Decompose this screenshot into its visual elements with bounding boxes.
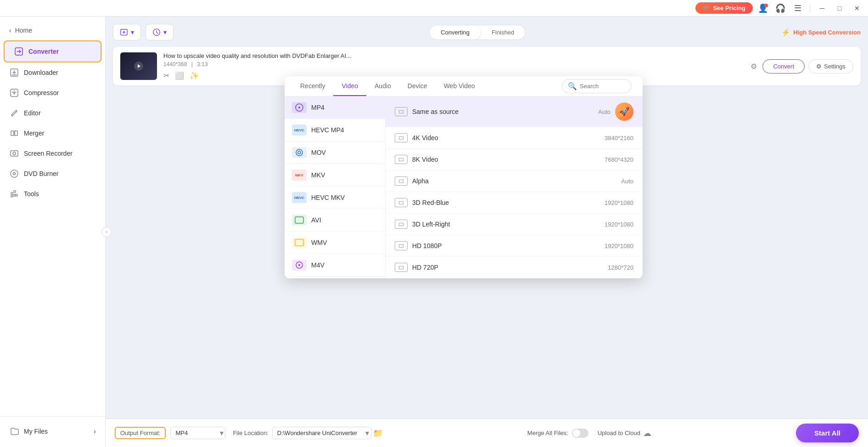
- my-files-arrow: ›: [94, 428, 96, 435]
- svg-point-18: [298, 151, 301, 154]
- format-tab-device[interactable]: Device: [399, 77, 436, 96]
- settings-label: Settings: [824, 63, 846, 70]
- sidebar-item-screen-recorder[interactable]: Screen Recorder: [0, 143, 105, 164]
- notification-dot: [764, 4, 768, 7]
- resolution-value-hd-720p: 1280*720: [608, 264, 633, 271]
- format-tab-recently[interactable]: Recently: [292, 77, 333, 96]
- format-tab-audio[interactable]: Audio: [366, 77, 399, 96]
- res-icon-3d-red-blue: [395, 198, 408, 207]
- mkv-icon: MKV: [292, 170, 307, 181]
- resolution-item-alpha[interactable]: Alpha Auto: [386, 170, 643, 192]
- format-tab-web-video[interactable]: Web Video: [436, 77, 483, 96]
- resolution-item-hd-1080p[interactable]: HD 1080P 1920*1080: [386, 235, 643, 257]
- converter-icon: [14, 46, 24, 57]
- resolution-item-hd-720p[interactable]: HD 720P 1280*720: [386, 257, 643, 278]
- resolution-item-8k[interactable]: 8K Video 7680*4320: [386, 149, 643, 170]
- video-resolution: 1440*368: [163, 61, 187, 68]
- play-icon: [133, 61, 144, 72]
- compressor-label: Compressor: [24, 89, 59, 96]
- rocket-button[interactable]: 🚀: [615, 102, 633, 121]
- hevc-mkv-icon: HEVC: [292, 192, 307, 203]
- convert-button[interactable]: Convert: [762, 59, 805, 74]
- support-button[interactable]: 🎧: [773, 2, 788, 15]
- effects-icon-button[interactable]: ✨: [190, 71, 199, 80]
- format-item-mp4[interactable]: MP4: [285, 96, 385, 119]
- format-item-hevc-mp4[interactable]: HEVC HEVC MP4: [285, 119, 385, 141]
- resolution-list: Same as source Auto 🚀 4K Video: [386, 96, 643, 278]
- svg-point-16: [298, 107, 300, 108]
- format-search-input[interactable]: [580, 83, 626, 90]
- folder-open-button[interactable]: 📁: [373, 428, 383, 438]
- format-popup: Recently Video Audio Device Web Video 🔍: [285, 76, 643, 278]
- start-all-button[interactable]: Start All: [796, 424, 859, 442]
- minimize-button[interactable]: ─: [815, 2, 829, 15]
- menu-button[interactable]: ☰: [790, 2, 805, 15]
- format-item-mkv[interactable]: MKV MKV: [285, 164, 385, 187]
- add-media-button[interactable]: ▾: [146, 24, 174, 40]
- svg-rect-20: [295, 239, 303, 246]
- resolution-item-same-as-source[interactable]: Same as source Auto 🚀: [386, 96, 643, 127]
- add-media-label: ▾: [163, 28, 167, 36]
- tab-converting[interactable]: Converting: [430, 25, 481, 40]
- high-speed-conversion-button[interactable]: ⚡ High Speed Conversion: [781, 28, 861, 37]
- sidebar-home[interactable]: ‹ Home: [0, 22, 105, 39]
- resolution-name-same-as-source: Same as source: [412, 108, 459, 115]
- svg-rect-3: [11, 151, 18, 156]
- add-files-label: ▾: [131, 28, 134, 36]
- settings-icon: ⚙: [816, 63, 822, 70]
- merger-icon: [9, 128, 19, 138]
- m4v-icon: [292, 260, 307, 271]
- sidebar-item-converter[interactable]: Converter: [4, 40, 101, 62]
- video-actions: ⚙ Convert ⚙ Settings: [749, 59, 853, 74]
- home-label: Home: [15, 27, 32, 34]
- res-icon: [395, 107, 408, 116]
- cut-icon-button[interactable]: ✂: [163, 71, 169, 80]
- sidebar-item-downloader[interactable]: Downloader: [0, 62, 105, 83]
- tab-finished[interactable]: Finished: [481, 25, 525, 40]
- output-format-section: Output Format: MP4 MOV MKV AVI ▾: [115, 427, 224, 439]
- file-location-select[interactable]: D:\Wondershare UniConverter: [272, 427, 372, 439]
- svg-rect-7: [11, 192, 13, 194]
- res-icon-hd-720p: [395, 263, 408, 272]
- format-settings-icon-button[interactable]: ⚙: [749, 60, 759, 73]
- res-icon-hd-1080p: [395, 241, 408, 250]
- sidebar-collapse-button[interactable]: ‹: [101, 227, 112, 237]
- avi-label: AVI: [311, 216, 321, 224]
- add-files-button[interactable]: ▾: [113, 24, 141, 40]
- resolution-item-3d-left-right[interactable]: 3D Left-Right 1920*1080: [386, 214, 643, 235]
- mp4-icon: [292, 102, 307, 113]
- format-item-hevc-mkv[interactable]: HEVC HEVC MKV: [285, 187, 385, 209]
- format-item-avi[interactable]: AVI: [285, 209, 385, 232]
- account-button[interactable]: 👤: [756, 2, 770, 15]
- resolution-item-4k[interactable]: 4K Video 3840*2160: [386, 127, 643, 149]
- format-item-mov[interactable]: MOV: [285, 141, 385, 164]
- format-item-m4v[interactable]: M4V: [285, 254, 385, 277]
- sidebar-item-compressor[interactable]: Compressor: [0, 83, 105, 103]
- see-pricing-button[interactable]: 🛒 See Pricing: [695, 2, 753, 14]
- close-button[interactable]: ✕: [850, 2, 864, 15]
- format-popup-body: MP4 HEVC HEVC MP4: [285, 96, 643, 278]
- collapse-icon: ‹: [106, 229, 107, 234]
- svg-point-5: [11, 170, 18, 177]
- sidebar-item-tools[interactable]: Tools: [0, 184, 105, 204]
- merge-toggle[interactable]: [572, 429, 588, 438]
- home-back-icon: ‹: [9, 27, 11, 34]
- format-item-wmv[interactable]: WMV: [285, 232, 385, 254]
- settings-button[interactable]: ⚙ Settings: [808, 59, 853, 74]
- maximize-button[interactable]: □: [832, 2, 847, 15]
- output-format-select[interactable]: MP4 MOV MKV AVI: [170, 427, 225, 439]
- sidebar-item-merger[interactable]: Merger: [0, 123, 105, 143]
- sidebar-my-files[interactable]: My Files ›: [0, 421, 105, 441]
- format-tab-video[interactable]: Video: [333, 77, 366, 96]
- res-icon-8k: [395, 155, 408, 164]
- add-files-icon: [120, 28, 128, 36]
- resolution-item-3d-red-blue[interactable]: 3D Red-Blue 1920*1080: [386, 192, 643, 214]
- high-speed-label: High Speed Conversion: [793, 29, 861, 36]
- upload-cloud-label: Upload to Cloud: [598, 430, 640, 436]
- sidebar-item-editor[interactable]: Editor: [0, 103, 105, 123]
- merger-label: Merger: [24, 130, 44, 137]
- crop-icon-button[interactable]: ⬜: [175, 71, 184, 80]
- upload-cloud-button[interactable]: ☁: [643, 428, 651, 438]
- resolution-name-8k: 8K Video: [412, 156, 438, 163]
- sidebar-item-dvd-burner[interactable]: DVD Burner: [0, 164, 105, 184]
